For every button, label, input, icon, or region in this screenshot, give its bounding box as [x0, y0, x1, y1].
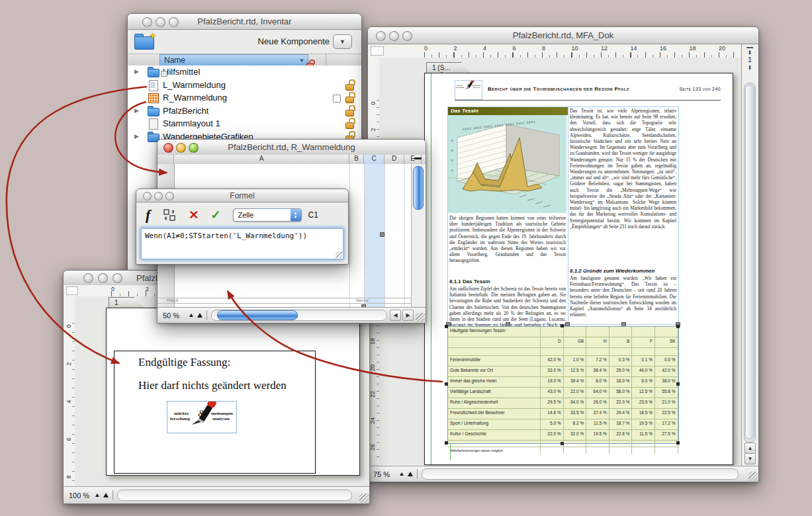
zoom-level[interactable]: 100 %	[69, 492, 91, 499]
scroll-down-button[interactable]: ▼	[744, 453, 756, 464]
unlocked-icon[interactable]	[345, 97, 354, 103]
corner-cell[interactable]	[158, 155, 174, 164]
formula-window[interactable]: Formel f ✕ ✓ Zelle ▲▼ C1 Wenn(A1≠0;STSta…	[136, 189, 349, 265]
pane-splitter-icon[interactable]	[414, 157, 422, 159]
scroll-right-button[interactable]: ▶	[402, 310, 414, 321]
formula-toolbar: f ✕ ✓ Zelle ▲▼ C1	[136, 202, 348, 227]
zoom-out-icon[interactable]	[189, 314, 193, 317]
table-column-header: H	[586, 337, 609, 347]
swap-reference-icon[interactable]	[163, 209, 175, 221]
inventory-titlebar[interactable]: PfalzBericht.rtd, Inventar	[128, 14, 361, 30]
horizontal-scrollbar[interactable]	[422, 468, 739, 480]
disclosure-triangle-icon[interactable]: ▶	[134, 107, 139, 114]
page-nav-column: ▲▲ 1 ▼▼ ▲ ▼	[741, 44, 758, 466]
splitter-icon[interactable]	[746, 47, 753, 48]
selection-handle[interactable]	[676, 325, 680, 328]
vertical-scrollbar[interactable]	[744, 83, 756, 443]
column-header-e[interactable]: E	[404, 155, 422, 164]
resize-grip[interactable]	[359, 494, 369, 503]
resize-grip[interactable]	[416, 313, 425, 322]
item-label: PfalzBericht	[163, 106, 208, 116]
resize-grip[interactable]	[336, 251, 342, 258]
disclosure-triangle-icon[interactable]: ▶	[134, 133, 139, 140]
zoom-level[interactable]: 50 %	[163, 312, 185, 320]
vertical-scrollbar[interactable]	[411, 164, 425, 308]
list-item[interactable]: L_Warnmeldung	[128, 79, 361, 92]
document-titlebar[interactable]: PfalzBericht.rtd, MFA_Dok	[368, 27, 758, 44]
selection-handle[interactable]	[676, 441, 680, 445]
horizontal-scroll-thumb[interactable]	[217, 310, 298, 320]
name-column-header[interactable]: Name ▼	[159, 54, 308, 66]
selection-handle[interactable]	[676, 382, 680, 386]
column-header-c[interactable]: C	[364, 155, 384, 164]
list-item[interactable]: ▶ PfalzBericht	[128, 105, 361, 118]
disclosure-triangle-icon[interactable]: ▶	[134, 68, 139, 75]
right-column-frame[interactable]: Das Tessin ist, wie viele Alpenregionen,…	[568, 107, 679, 325]
table-column-header: SK	[655, 337, 678, 347]
column-header-a[interactable]: A	[174, 155, 349, 164]
zoom-out-icon[interactable]	[400, 472, 404, 476]
item-label: R_Warnmeldung	[163, 93, 227, 103]
horizontal-scrollbar[interactable]	[211, 310, 387, 321]
formula-input[interactable]: Wenn(A1≠0;STStarten('L_Warnmeldung'))	[141, 228, 343, 259]
right-paragraph-1: Das Tessin ist, wie viele Alpenregionen,…	[570, 108, 676, 230]
column-header-d[interactable]: D	[384, 155, 404, 164]
zoom-in-icon[interactable]	[408, 472, 413, 476]
frame-handle[interactable]	[380, 232, 384, 237]
left-column-frame[interactable]: Das Tessin	[447, 107, 568, 325]
next-page-button[interactable]: ▼▼	[742, 65, 758, 70]
protection-column-header[interactable]	[309, 54, 326, 66]
resize-grip[interactable]	[748, 472, 758, 481]
confirm-icon[interactable]: ✓	[210, 208, 220, 222]
scroll-up-button[interactable]: ▲	[744, 443, 756, 454]
selection-handle[interactable]	[445, 382, 448, 386]
unlocked-icon[interactable]	[345, 110, 354, 116]
list-item[interactable]: ▶ Hilfsmittel	[128, 65, 361, 79]
tessin-table[interactable]: Häufigste Nennungen Tessin: DGBHBFSK Fer…	[447, 326, 679, 444]
text-flow-guide	[450, 444, 451, 460]
unlocked-icon[interactable]	[345, 84, 354, 91]
heading-8-1-2: 8.1.2 Gründe zum Wiederkommen	[570, 268, 654, 274]
header-logo-frame[interactable]: märkte meinungen & forschung analysen	[455, 80, 482, 100]
new-folder-icon[interactable]: +	[134, 33, 154, 49]
svg-text:20: 20	[451, 159, 453, 162]
list-item[interactable]: Stammlayout 1	[128, 117, 361, 130]
selection-handle[interactable]	[561, 324, 564, 327]
tab-well[interactable]	[66, 286, 78, 295]
item-checkbox[interactable]	[333, 95, 341, 103]
previous-page-button[interactable]: ▲▲	[742, 50, 758, 54]
sort-descending-icon: ▼	[299, 58, 304, 64]
svg-text:30: 30	[451, 150, 453, 152]
logo-frame[interactable]: märkte meinungen & forschung analysen	[167, 401, 237, 433]
window-title: PfalzBericht.rtd, R_Warnmeldung	[158, 142, 426, 152]
zoom-button[interactable]	[113, 273, 122, 283]
item-label: Stammlayout 1	[163, 118, 220, 128]
selection-handle[interactable]	[445, 441, 448, 445]
new-component-dropdown-button[interactable]: ▼	[333, 34, 352, 49]
horizontal-scrollbar[interactable]	[117, 490, 352, 501]
function-icon[interactable]: f	[146, 206, 150, 224]
selection-handle[interactable]	[561, 442, 564, 445]
zoom-in-icon[interactable]	[197, 313, 203, 318]
zoom-out-icon[interactable]	[95, 494, 99, 497]
unlocked-icon[interactable]	[345, 122, 354, 129]
layout-component-icon	[148, 118, 159, 128]
list-item[interactable]: R_Warnmeldung	[128, 91, 361, 105]
company-logo: märkte meinungen & forschung analysen	[455, 81, 482, 93]
vertical-scroll-thumb[interactable]	[413, 166, 424, 210]
column-header-b[interactable]: B	[349, 155, 364, 164]
zoom-level[interactable]: 75 %	[373, 470, 396, 478]
formula-titlebar[interactable]: Formel	[136, 189, 348, 202]
zoom-in-icon[interactable]	[103, 493, 109, 497]
close-button[interactable]	[83, 273, 93, 283]
scope-dropdown[interactable]: Zelle ▲▼	[233, 208, 302, 222]
page-number-indicator: 1	[742, 56, 758, 64]
tab-well[interactable]	[371, 46, 384, 56]
vertical-scroll-thumb[interactable]	[745, 85, 754, 439]
spreadsheet-titlebar[interactable]: PfalzBericht.rtd, R_Warnmeldung	[158, 140, 426, 155]
minimize-button[interactable]	[98, 273, 108, 283]
tessin-3d-chart[interactable]: 5002 4002 3002 2002 1002 0002 9991 40302…	[448, 115, 566, 213]
selection-handle[interactable]	[445, 325, 448, 328]
scroll-left-button[interactable]: ◀	[390, 310, 401, 321]
cancel-icon[interactable]: ✕	[189, 208, 199, 222]
